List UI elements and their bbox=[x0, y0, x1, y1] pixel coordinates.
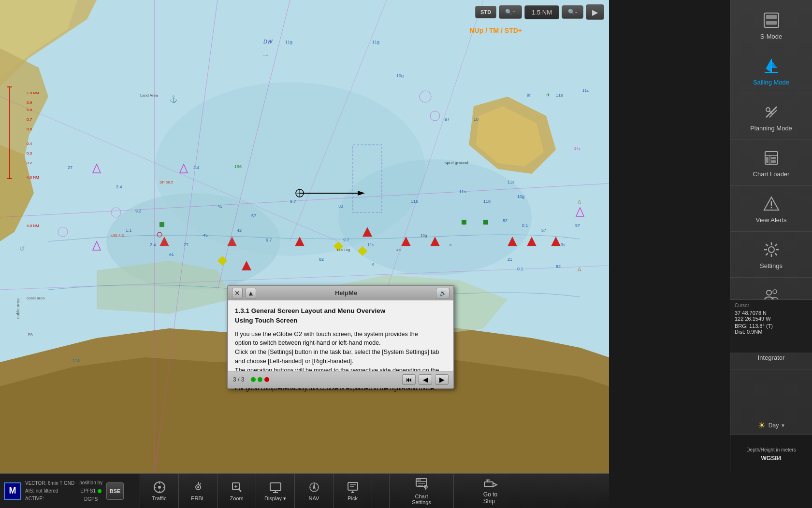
toolbar-display-button[interactable]: Display ▾ bbox=[256, 474, 295, 508]
sidebar-item-s-mode[interactable]: S-Mode bbox=[730, 2, 812, 48]
depth-label: Depth/Height in meters bbox=[746, 447, 796, 453]
toolbar-chart-settings-button[interactable]: ChartSettings bbox=[389, 473, 453, 508]
svg-text:11s: 11s bbox=[508, 180, 515, 184]
svg-line-8 bbox=[290, 0, 387, 241]
svg-marker-45 bbox=[242, 261, 251, 270]
svg-marker-50 bbox=[508, 237, 517, 246]
svg-text:4.0 NM: 4.0 NM bbox=[27, 224, 39, 228]
toolbar-display-label: Display ▾ bbox=[264, 495, 286, 502]
svg-rect-0 bbox=[0, 0, 609, 473]
svg-point-153 bbox=[197, 486, 199, 488]
svg-rect-12 bbox=[353, 145, 382, 212]
dialog-sound-button[interactable]: 🔊 bbox=[436, 288, 450, 298]
page-dot-2 bbox=[258, 377, 262, 382]
cursor-lat: 37 48.7078 N bbox=[735, 310, 807, 316]
sidebar-item-planning-mode[interactable]: Planning Mode bbox=[730, 94, 812, 140]
sidebar-item-view-alerts[interactable]: View Alerts bbox=[730, 186, 812, 232]
std-button[interactable]: STD bbox=[475, 6, 496, 18]
bottom-toolbar: M VECTOR: 6min T GND AIS: not filtered A… bbox=[0, 473, 609, 508]
svg-marker-49 bbox=[430, 237, 440, 246]
svg-text:2.4: 2.4 bbox=[116, 184, 122, 189]
zoom-out-icon: 🔍- bbox=[568, 9, 577, 15]
sidebar-item-chart-loader-label: Chart Loader bbox=[753, 170, 790, 178]
svg-text:11g: 11g bbox=[372, 40, 379, 44]
pick-icon bbox=[346, 480, 360, 494]
zoom-in-icon: 🔍+ bbox=[505, 9, 516, 15]
nav-first-button[interactable]: ⏮ bbox=[402, 374, 416, 385]
day-mode-section[interactable]: ☀ Day ▾ bbox=[730, 416, 812, 435]
play-button[interactable]: ▶ bbox=[586, 4, 604, 20]
svg-text:11s: 11s bbox=[411, 199, 418, 204]
zoom-out-button[interactable]: 🔍- bbox=[562, 5, 583, 19]
svg-text:cable area: cable area bbox=[27, 296, 45, 300]
svg-marker-56 bbox=[334, 241, 343, 251]
sidebar-item-settings[interactable]: Settings bbox=[730, 232, 812, 278]
svg-text:11g: 11g bbox=[285, 40, 292, 44]
svg-text:21: 21 bbox=[508, 257, 512, 262]
svg-marker-62 bbox=[576, 208, 584, 216]
svg-rect-168 bbox=[348, 482, 358, 490]
vector-status: VECTOR: 6min T GND bbox=[25, 480, 74, 487]
svg-point-135 bbox=[768, 247, 774, 253]
toolbar-go-to-ship-button[interactable]: Go toShip bbox=[453, 473, 527, 508]
svg-text:45: 45 bbox=[218, 204, 222, 209]
svg-marker-47 bbox=[362, 227, 372, 237]
day-chevron-icon: ▾ bbox=[782, 422, 784, 429]
toolbar-zoom-button[interactable]: Zoom bbox=[218, 474, 256, 508]
sun-icon: ☀ bbox=[758, 420, 766, 431]
svg-point-90 bbox=[157, 232, 162, 237]
dialog-close-button[interactable]: ✕ bbox=[232, 288, 243, 298]
svg-rect-130 bbox=[771, 160, 776, 163]
svg-text:↺: ↺ bbox=[19, 245, 25, 253]
bse-badge[interactable]: BSE bbox=[106, 482, 124, 500]
sidebar-item-sailing-mode[interactable]: Sailing Mode bbox=[730, 48, 812, 94]
svg-point-2 bbox=[338, 159, 532, 275]
svg-text:1.1: 1.1 bbox=[126, 228, 132, 233]
svg-line-10 bbox=[0, 97, 338, 241]
map-area[interactable]: 2.4 9.3 45 57 9.7 33 11s 11s 11s 11s 27 … bbox=[0, 0, 609, 473]
page-dot-3 bbox=[264, 377, 269, 382]
svg-text:0.4: 0.4 bbox=[27, 141, 32, 146]
svg-marker-57 bbox=[358, 246, 367, 256]
toolbar-traffic-button[interactable]: Traffic bbox=[140, 474, 179, 508]
svg-text:118: 118 bbox=[72, 358, 80, 363]
toolbar-chart-settings-label: ChartSettings bbox=[412, 494, 431, 505]
zoom-icon bbox=[230, 480, 244, 494]
svg-text:4.0 NM: 4.0 NM bbox=[27, 175, 39, 180]
svg-rect-131 bbox=[766, 157, 768, 163]
svg-text:2.4: 2.4 bbox=[150, 242, 156, 247]
toolbar-nav-button[interactable]: NAV bbox=[295, 474, 334, 508]
svg-text:42: 42 bbox=[237, 228, 242, 233]
svg-text:27: 27 bbox=[184, 242, 188, 247]
ais-status: AIS: not filtered bbox=[25, 488, 74, 494]
svg-point-15 bbox=[296, 189, 304, 197]
svg-marker-52 bbox=[551, 237, 561, 246]
toolbar-traffic-label: Traffic bbox=[152, 495, 167, 501]
nav-next-button[interactable]: ▶ bbox=[435, 374, 449, 385]
svg-text:11s: 11s bbox=[556, 93, 563, 98]
position-by-label: position by bbox=[79, 480, 102, 486]
svg-text:9.3: 9.3 bbox=[135, 209, 142, 213]
nav-mode-display: NUp / TM / STD+ bbox=[470, 27, 522, 34]
svg-point-3 bbox=[106, 193, 280, 290]
toolbar-erbl-button[interactable]: ERBL bbox=[179, 474, 218, 508]
nav-prev-button[interactable]: ◀ bbox=[419, 374, 432, 385]
svg-rect-55 bbox=[483, 220, 488, 225]
sidebar-item-chart-loader[interactable]: Chart Loader bbox=[730, 140, 812, 186]
svg-text:1.0 NM: 1.0 NM bbox=[27, 91, 39, 95]
scale-value: 1.5 NM bbox=[532, 9, 552, 16]
erbl-icon bbox=[191, 480, 205, 494]
zoom-in-button[interactable]: 🔍+ bbox=[499, 5, 522, 19]
svg-text:cable area: cable area bbox=[15, 298, 20, 319]
svg-text:SP 68.5: SP 68.5 bbox=[160, 180, 174, 184]
svg-text:97: 97 bbox=[445, 117, 450, 122]
svg-rect-54 bbox=[462, 220, 466, 225]
dialog-minimize-button[interactable]: ▲ bbox=[246, 288, 256, 298]
sidebar-item-integrator-label: Integrator bbox=[758, 354, 785, 361]
svg-text:196: 196 bbox=[234, 164, 242, 169]
svg-text:2.4: 2.4 bbox=[193, 165, 200, 170]
toolbar-pick-button[interactable]: Pick bbox=[334, 474, 372, 508]
svg-text:→: → bbox=[261, 50, 270, 60]
svg-point-64 bbox=[430, 111, 440, 121]
toolbar-pick-label: Pick bbox=[348, 495, 358, 501]
